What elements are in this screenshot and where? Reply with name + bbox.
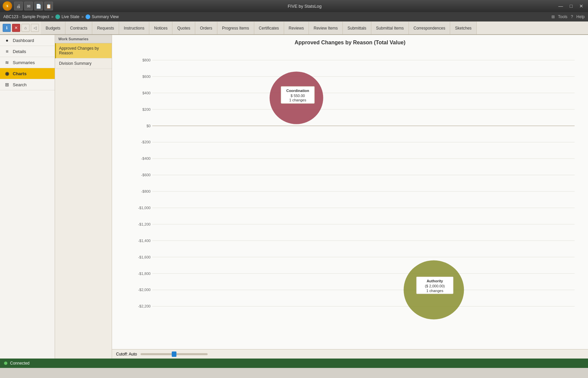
maximize-button[interactable]: □	[568, 3, 575, 9]
window-controls: — □ ✕	[556, 3, 585, 9]
breadcrumb-view[interactable]: Summary View	[86, 14, 118, 19]
breadcrumb-sep-2: »	[82, 14, 84, 19]
tab-review-items[interactable]: Review Items	[309, 21, 343, 34]
svg-text:-$200: -$200	[141, 140, 151, 144]
dashboard-icon: ●	[4, 38, 10, 43]
svg-text:-$2,200: -$2,200	[138, 304, 151, 308]
svg-text:-$600: -$600	[141, 173, 151, 177]
svg-text:-$2,000: -$2,000	[138, 288, 151, 292]
nav-tabs: ℹ ✕ ⌂ ◁ Budgets Contracts Requests Instr…	[0, 21, 588, 35]
sidebar-label-summaries: Summaries	[13, 60, 35, 65]
svg-text:$800: $800	[143, 58, 151, 62]
status-bar: Connected	[0, 359, 588, 368]
sidebar-label-charts: Charts	[13, 71, 26, 76]
tab-submittals[interactable]: Submittals	[343, 21, 371, 34]
view-icon	[86, 14, 90, 19]
search-icon: ⊞	[4, 82, 10, 87]
sidebar-item-details[interactable]: ≡ Details	[0, 46, 55, 57]
close-button[interactable]: ✕	[577, 3, 585, 9]
sub-sidebar-header: Work Summaries	[55, 35, 112, 43]
tab-progress-items[interactable]: Progress Items	[217, 21, 254, 34]
sub-sidebar-label-division: Division Summary	[59, 61, 92, 66]
info-button[interactable]: ℹ	[3, 24, 11, 32]
live-state-icon	[55, 14, 60, 19]
view-label: Summary View	[92, 14, 118, 19]
tools-label[interactable]: Tools	[558, 14, 568, 19]
tab-notices[interactable]: Notices	[149, 21, 172, 34]
svg-text:-$1,800: -$1,800	[138, 272, 151, 276]
tab-certificates[interactable]: Certificates	[254, 21, 284, 34]
chart-container: $800 $600 $400 $200 $0 -$200	[112, 47, 588, 349]
sub-sidebar: Work Summaries Approved Changes by Reaso…	[55, 35, 112, 359]
status-label: Connected	[10, 361, 30, 366]
svg-text:-$1,400: -$1,400	[138, 239, 151, 243]
breadcrumb-project[interactable]: ABC123 - Sample Project	[3, 14, 49, 19]
cutoff-label: Cutoff: Auto	[116, 352, 137, 357]
sidebar-item-dashboard[interactable]: ● Dashboard	[0, 35, 55, 46]
cutoff-bar: Cutoff: Auto	[112, 349, 588, 359]
details-icon: ≡	[4, 49, 10, 54]
svg-text:-$1,200: -$1,200	[138, 222, 151, 226]
tab-submittal-items[interactable]: Submittal Items	[371, 21, 409, 34]
app-logo: 5	[3, 1, 12, 11]
svg-text:1 changes: 1 changes	[426, 289, 443, 293]
tab-budgets[interactable]: Budgets	[41, 21, 65, 34]
charts-icon: ◉	[4, 71, 10, 76]
clipboard-icon[interactable]: 📋	[44, 2, 53, 10]
sub-sidebar-item-division-summary[interactable]: Division Summary	[55, 58, 112, 69]
svg-rect-0	[132, 47, 581, 342]
tab-quotes[interactable]: Quotes	[172, 21, 195, 34]
sidebar-item-summaries[interactable]: ≋ Summaries	[0, 57, 55, 68]
pdf-icon[interactable]: 📄	[34, 2, 43, 10]
cutoff-slider-track	[141, 353, 208, 355]
app-title: FIVE by StatsLog	[53, 4, 556, 9]
svg-text:-$1,000: -$1,000	[138, 206, 151, 210]
svg-text:1 changes: 1 changes	[289, 98, 306, 102]
svg-text:$600: $600	[143, 75, 151, 79]
svg-text:-$400: -$400	[141, 156, 151, 160]
tab-requests[interactable]: Requests	[92, 21, 119, 34]
title-bar: 5 🖨 ✉ 📄 📋 FIVE by StatsLog — □ ✕	[0, 0, 588, 12]
authority-bubble: Authority ($ 2,000.00) 1 changes	[404, 261, 464, 320]
sub-sidebar-item-approved-changes[interactable]: Approved Changes by Reason	[55, 43, 112, 58]
chart-svg: $800 $600 $400 $200 $0 -$200	[132, 47, 581, 342]
svg-text:Coordination: Coordination	[286, 89, 309, 93]
sidebar-label-dashboard: Dashboard	[13, 38, 34, 43]
breadcrumb-state[interactable]: Live State	[55, 14, 79, 19]
main-layout: ● Dashboard ≡ Details ≋ Summaries ◉ Char…	[0, 35, 588, 359]
svg-text:$ 550.00: $ 550.00	[290, 94, 305, 98]
help-label[interactable]: Help	[576, 14, 585, 19]
print-icon[interactable]: 🖨	[14, 2, 23, 10]
breadcrumb-sep-1: »	[51, 14, 54, 19]
close-tab-button[interactable]: ✕	[12, 24, 20, 32]
coordination-bubble: Coordination $ 550.00 1 changes	[270, 72, 323, 124]
back-button[interactable]: ◁	[31, 24, 39, 32]
status-dot	[4, 362, 7, 365]
email-icon[interactable]: ✉	[24, 2, 33, 10]
svg-text:$200: $200	[143, 107, 151, 111]
cutoff-slider-thumb[interactable]	[172, 351, 176, 357]
tab-correspondences[interactable]: Correspondences	[409, 21, 450, 34]
help-tools: ⊞ Tools ? Help	[551, 14, 585, 19]
svg-text:($ 2,000.00): ($ 2,000.00)	[425, 284, 445, 288]
chart-area: Approved Changes by Reason (Total Value)…	[112, 35, 588, 359]
minimize-button[interactable]: —	[556, 3, 565, 9]
sidebar-label-search: Search	[13, 82, 26, 87]
help-icon: ?	[571, 14, 573, 19]
toolbar-icons: 🖨 ✉ 📄 📋	[14, 2, 53, 10]
tab-controls: ℹ ✕ ⌂ ◁	[1, 21, 41, 34]
tab-orders[interactable]: Orders	[195, 21, 217, 34]
tab-instructions[interactable]: Instructions	[119, 21, 149, 34]
tab-reviews[interactable]: Reviews	[284, 21, 309, 34]
sub-sidebar-label-approved: Approved Changes by Reason	[59, 46, 99, 55]
tab-sketches[interactable]: Sketches	[450, 21, 476, 34]
home-button[interactable]: ⌂	[21, 24, 30, 32]
grid-icon: ⊞	[551, 14, 555, 19]
sidebar-item-search[interactable]: ⊞ Search	[0, 79, 55, 90]
sidebar-item-charts[interactable]: ◉ Charts	[0, 68, 55, 79]
svg-text:$400: $400	[143, 91, 151, 95]
breadcrumb-bar: ABC123 - Sample Project » Live State » S…	[0, 12, 588, 21]
tab-contracts[interactable]: Contracts	[65, 21, 92, 34]
svg-text:$0: $0	[147, 124, 151, 128]
title-bar-left: 5 🖨 ✉ 📄 📋	[3, 1, 53, 11]
